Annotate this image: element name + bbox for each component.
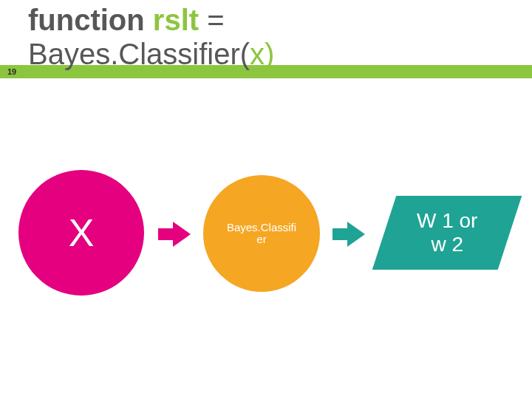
title-paren-close: ) [265, 38, 274, 70]
arrow-2 [332, 222, 366, 247]
classifier-label-line2: er [256, 233, 266, 245]
arrow-stem [332, 228, 349, 240]
arrow-stem [158, 228, 174, 240]
title-result-name: rslt [153, 4, 199, 36]
arrow-1 [158, 222, 192, 247]
slide-title: function rslt = Bayes.Classifier(x) [28, 3, 274, 71]
arrow-head-icon [347, 222, 365, 247]
classifier-label-line1: Bayes.Classifi [227, 221, 296, 233]
title-classname: Bayes.Classifier [28, 38, 240, 70]
arrow-head-icon [173, 222, 191, 247]
output-parallelogram: W 1 or w 2 [372, 196, 522, 270]
title-arg: x [250, 38, 265, 70]
input-circle: X [18, 170, 144, 296]
classifier-circle: Bayes.Classifi er [203, 175, 320, 292]
slide-number: 19 [0, 65, 24, 78]
output-label-line2: w 2 [431, 233, 463, 256]
diagram: X Bayes.Classifi er W 1 or w 2 [0, 170, 532, 318]
output-label-line1: W 1 or [417, 209, 477, 232]
title-paren-open: ( [240, 38, 250, 70]
title-equals: = [207, 4, 224, 36]
title-keyword: function [28, 4, 145, 36]
input-label: X [69, 211, 95, 255]
